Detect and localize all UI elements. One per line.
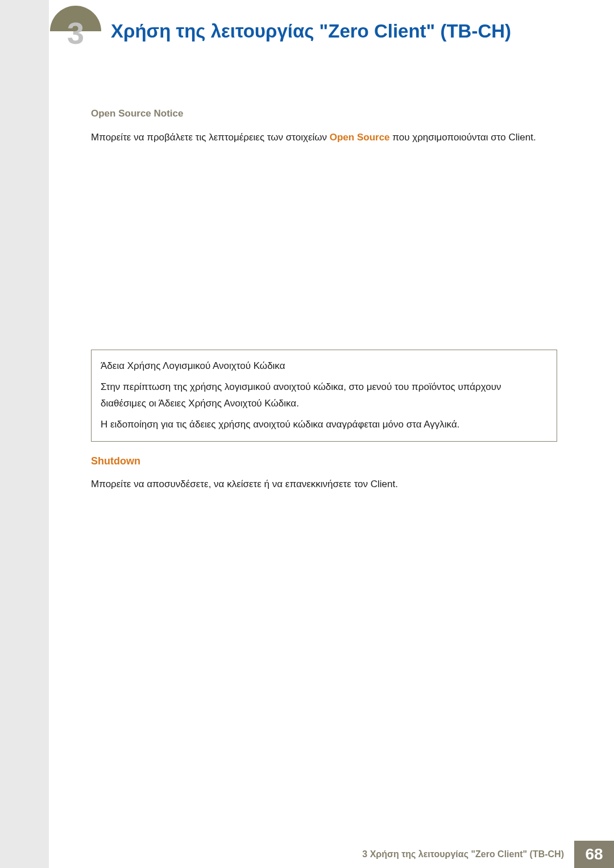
footer-label: 3 Χρήση της λειτουργίας "Zero Client" (T… <box>362 841 574 868</box>
chapter-badge: 3 <box>50 6 101 57</box>
page-number: 68 <box>574 841 614 868</box>
content-area: Open Source Notice Μπορείτε να προβάλετε… <box>91 108 557 500</box>
page-title: Χρήση της λειτουργίας "Zero Client" (TB-… <box>111 20 591 42</box>
open-source-paragraph: Μπορείτε να προβάλετε τις λεπτομέρειες τ… <box>91 130 557 145</box>
open-source-highlight: Open Source <box>330 132 390 143</box>
info-box: Άδεια Χρήσης Λογισμικού Ανοιχτού Κώδικα … <box>91 350 557 442</box>
open-source-heading: Open Source Notice <box>91 108 557 119</box>
shutdown-paragraph: Μπορείτε να αποσυνδέσετε, να κλείσετε ή … <box>91 476 557 492</box>
document-page: 3 Χρήση της λειτουργίας "Zero Client" (T… <box>0 0 614 868</box>
left-sidebar <box>0 0 49 868</box>
chapter-number: 3 <box>67 18 84 48</box>
shutdown-heading: Shutdown <box>91 455 557 467</box>
info-box-line-2: Στην περίπτωση της χρήσης λογισμικού ανο… <box>101 379 547 412</box>
info-box-line-3: Η ειδοποίηση για τις άδειες χρήσης ανοιχ… <box>101 417 547 433</box>
open-source-text-2: που χρησιμοποιούνται στο Client. <box>390 132 536 143</box>
footer: 3 Χρήση της λειτουργίας "Zero Client" (T… <box>49 841 614 868</box>
info-box-line-1: Άδεια Χρήσης Λογισμικού Ανοιχτού Κώδικα <box>101 358 547 375</box>
open-source-text-1: Μπορείτε να προβάλετε τις λεπτομέρειες τ… <box>91 132 330 143</box>
